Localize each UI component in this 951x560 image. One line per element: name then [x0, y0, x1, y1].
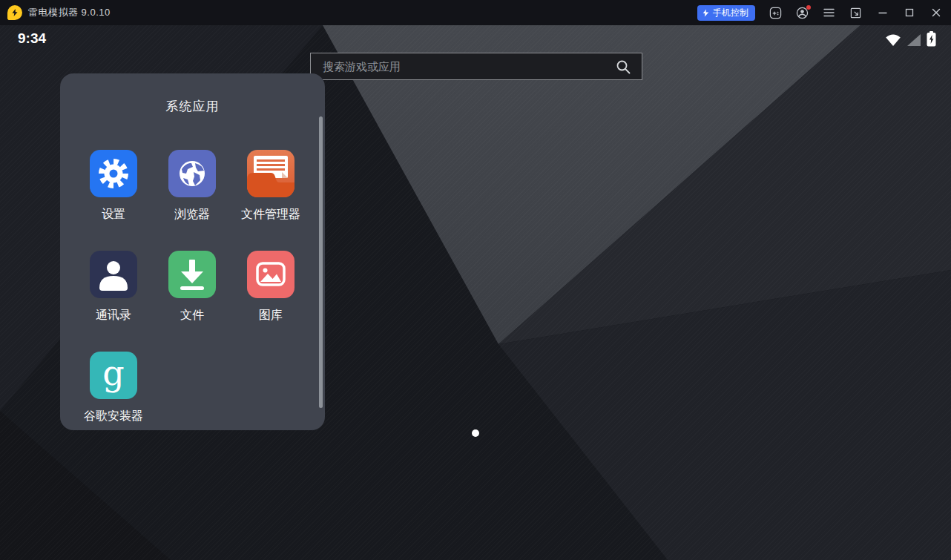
app-label: 谷歌安装器: [84, 409, 143, 424]
battery-charging-icon: [927, 31, 936, 47]
status-icons: [885, 31, 936, 47]
settings-gear-icon: [90, 150, 137, 197]
google-installer-g-icon: g: [90, 352, 137, 399]
ldplayer-logo-icon: [7, 5, 22, 20]
app-contacts[interactable]: 通讯录: [74, 251, 153, 323]
search-bar: [310, 53, 642, 80]
g-letter: g: [102, 356, 124, 390]
app-browser[interactable]: 浏览器: [153, 150, 231, 223]
cellular-signal-icon: [906, 34, 921, 47]
emulator-window: 雷电模拟器 9.0.10 手机控制: [0, 0, 951, 560]
app-label: 设置: [102, 207, 125, 223]
app-settings[interactable]: 设置: [74, 150, 153, 223]
system-apps-folder: 系统应用 设置: [60, 73, 325, 430]
phone-control-button[interactable]: 手机控制: [697, 5, 755, 21]
app-label: 图库: [259, 308, 283, 323]
contacts-person-icon: [90, 251, 137, 298]
browser-globe-icon: [168, 150, 216, 197]
android-home-screen: 9:34 系统应用: [0, 25, 951, 560]
gallery-photo-icon: [247, 251, 294, 298]
folder-scrollbar[interactable]: [319, 116, 323, 408]
file-manager-icon: [247, 150, 294, 197]
app-label: 文件管理器: [241, 207, 300, 223]
account-icon[interactable]: [796, 7, 809, 19]
folder-title: 系统应用: [60, 73, 325, 115]
titlebar: 雷电模拟器 9.0.10 手机控制: [0, 0, 951, 25]
download-arrow-icon: [168, 251, 216, 298]
app-google-installer[interactable]: g 谷歌安装器: [74, 352, 153, 424]
wifi-icon: [885, 34, 901, 47]
app-gallery[interactable]: 图库: [231, 251, 310, 323]
menu-icon[interactable]: [823, 7, 835, 19]
notification-badge: [806, 5, 811, 10]
minimize-button[interactable]: [876, 7, 889, 19]
close-button[interactable]: [929, 7, 942, 19]
search-input[interactable]: [311, 60, 615, 73]
resize-window-icon[interactable]: [849, 7, 862, 19]
maximize-button[interactable]: [903, 7, 915, 19]
gamepad-icon[interactable]: [769, 7, 782, 19]
page-indicator-dot: [472, 429, 479, 437]
app-label: 浏览器: [174, 207, 210, 223]
status-clock: 9:34: [18, 30, 46, 47]
app-files[interactable]: 文件: [153, 251, 231, 323]
window-title: 雷电模拟器 9.0.10: [28, 6, 111, 19]
search-icon[interactable]: [615, 59, 631, 75]
app-label: 通讯录: [96, 308, 131, 323]
app-file-manager[interactable]: 文件管理器: [231, 150, 310, 223]
app-label: 文件: [180, 308, 204, 323]
lightning-icon: [702, 8, 710, 18]
phone-control-label: 手机控制: [713, 7, 748, 19]
